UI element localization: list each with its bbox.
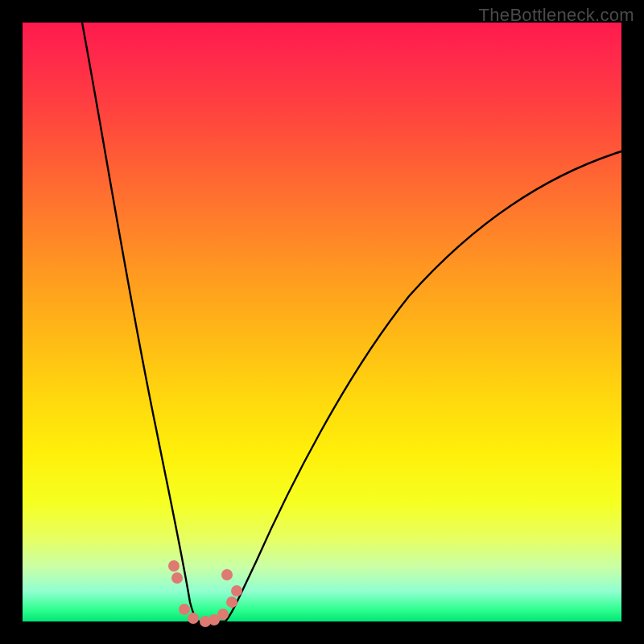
outer-frame: TheBottleneck.com (0, 0, 644, 644)
valley-marker (231, 585, 242, 597)
valley-marker (221, 569, 233, 580)
valley-marker (226, 597, 237, 608)
valley-marker (179, 604, 190, 615)
curve-layer (23, 23, 621, 621)
valley-marker (171, 572, 183, 584)
bottleneck-curve-left (82, 23, 200, 621)
valley-marker-group (168, 560, 242, 627)
valley-marker (168, 560, 180, 572)
valley-marker (188, 613, 199, 624)
plot-area (23, 23, 621, 621)
valley-marker (217, 609, 229, 620)
bottleneck-curve-right (225, 151, 621, 621)
